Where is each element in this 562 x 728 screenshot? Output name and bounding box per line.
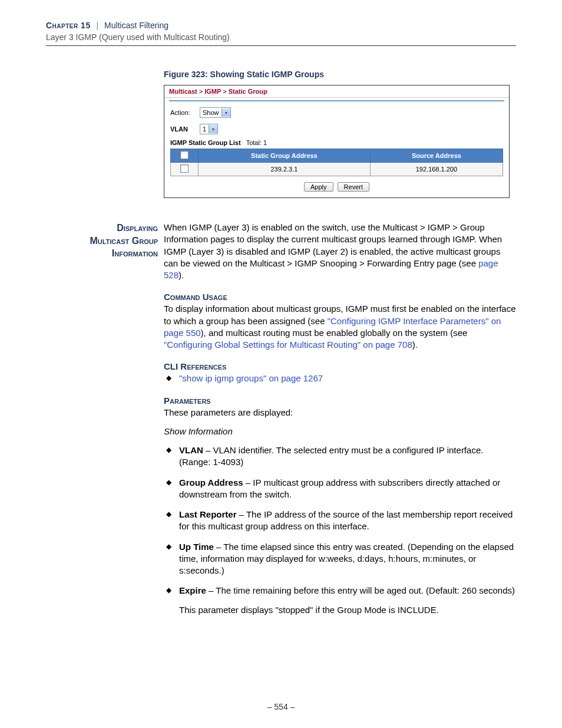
show-information-subhead: Show Information <box>164 426 516 437</box>
param-desc: – VLAN identifier. The selected entry mu… <box>179 445 483 467</box>
margin-heading-line: Displaying <box>46 222 158 235</box>
header-separator: | <box>97 21 99 30</box>
breadcrumb-part: IGMP <box>204 88 221 95</box>
param-name: Up Time <box>179 542 214 552</box>
row-checkbox[interactable] <box>180 164 189 173</box>
breadcrumb-part: Multicast <box>169 88 197 95</box>
command-usage-text: ), and multicast routing must be enabled… <box>201 328 468 338</box>
page-subheader: Layer 3 IGMP (Query used with Multicast … <box>46 32 516 42</box>
list-item: Up Time – The time elapsed since this en… <box>164 541 516 577</box>
cli-references-heading: CLI References <box>164 361 516 371</box>
command-usage-paragraph: To display information about multicast g… <box>164 303 516 351</box>
static-group-table: Static Group Address Source Address 239.… <box>170 149 503 176</box>
list-item: VLAN – VLAN identifier. The selected ent… <box>164 444 516 469</box>
header-checkbox[interactable] <box>180 151 189 159</box>
figure-caption: Figure 323: Showing Static IGMP Groups <box>164 70 516 79</box>
intro-paragraph: When IGMP (Layer 3) is enabled on the sw… <box>164 222 516 281</box>
col-static-group-address: Static Group Address <box>199 149 371 163</box>
breadcrumb-sep: > <box>199 88 203 95</box>
vlan-select-value: 1 <box>203 126 206 133</box>
command-usage-text: ). <box>412 340 418 350</box>
parameters-intro: These parameters are displayed: <box>164 407 516 419</box>
list-item: Expire – The time remaining before this … <box>164 585 516 597</box>
action-label: Action: <box>170 109 200 116</box>
page-number: – 554 – <box>0 702 562 711</box>
param-desc: – The time remaining before this entry w… <box>206 585 515 595</box>
margin-heading-line: Multicast Group <box>46 235 158 248</box>
col-source-address: Source Address <box>370 149 503 163</box>
page-header: Chapter 15 | Multicast Filtering <box>46 21 516 30</box>
list-item: "show ip igmp groups" on page 1267 <box>164 373 516 384</box>
list-total: Total: 1 <box>246 139 267 146</box>
parameters-heading: Parameters <box>164 396 516 406</box>
cell-static-group-address: 239.2.3.1 <box>199 163 371 176</box>
param-name: VLAN <box>179 445 203 455</box>
apply-button[interactable]: Apply <box>304 182 333 192</box>
breadcrumb-sep: > <box>223 88 226 95</box>
vlan-label: VLAN <box>170 126 200 133</box>
chapter-number: Chapter 15 <box>46 21 91 30</box>
revert-button[interactable]: Revert <box>338 182 369 192</box>
param-name: Group Address <box>179 477 243 487</box>
margin-heading-line: Information <box>46 247 158 260</box>
table-row: 239.2.3.1 192.168.1.200 <box>171 163 503 176</box>
intro-text: When IGMP (Layer 3) is enabled on the sw… <box>164 222 502 268</box>
intro-text: ). <box>178 270 184 280</box>
ui-screenshot: Multicast > IGMP > Static Group Action: … <box>164 85 510 198</box>
param-name: Expire <box>179 585 206 595</box>
vlan-select[interactable]: 1 ▾ <box>200 124 218 134</box>
action-select[interactable]: Show ▾ <box>200 107 231 118</box>
action-select-value: Show <box>203 109 219 116</box>
list-label: IGMP Static Group List <box>170 139 241 146</box>
list-label-row: IGMP Static Group List Total: 1 <box>170 139 503 146</box>
param-desc: – The time elapsed since this entry was … <box>179 542 514 576</box>
breadcrumb-part: Static Group <box>229 88 267 95</box>
breadcrumb: Multicast > IGMP > Static Group <box>164 85 509 98</box>
show-ip-igmp-groups-link[interactable]: "show ip igmp groups" on page 1267 <box>179 373 323 383</box>
list-item: Last Reporter – The IP address of the so… <box>164 509 516 533</box>
command-usage-heading: Command Usage <box>164 292 516 302</box>
chapter-title: Multicast Filtering <box>104 21 168 30</box>
cell-source-address: 192.168.1.200 <box>370 163 503 176</box>
chevron-down-icon: ▾ <box>209 125 217 133</box>
header-rule <box>46 45 516 46</box>
list-item: Group Address – IP multicast group addre… <box>164 477 516 501</box>
configuring-global-link[interactable]: "Configuring Global Settings for Multica… <box>164 340 412 350</box>
chevron-down-icon: ▾ <box>222 108 230 117</box>
expire-note: This parameter displays "stopped" if the… <box>179 604 516 616</box>
col-checkbox <box>171 149 199 163</box>
margin-heading: Displaying Multicast Group Information <box>46 222 164 624</box>
param-name: Last Reporter <box>179 509 237 519</box>
